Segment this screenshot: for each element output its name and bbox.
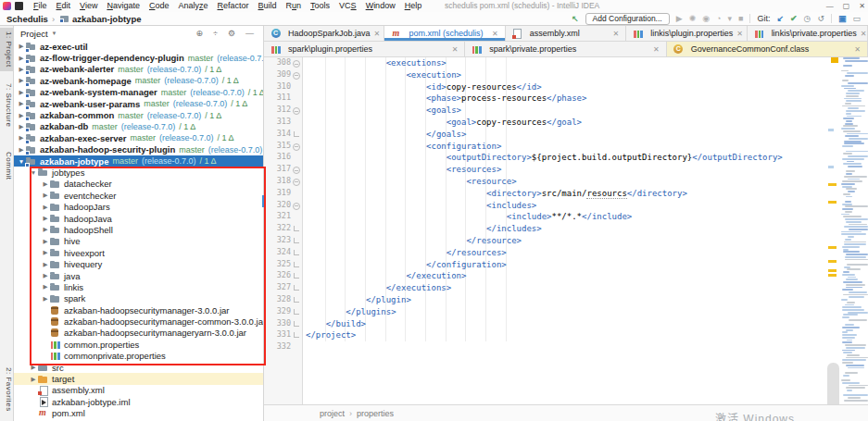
menu-window[interactable]: Window bbox=[361, 0, 400, 12]
fold-end-icon[interactable] bbox=[294, 309, 299, 315]
code-minimap[interactable] bbox=[841, 57, 868, 404]
fold-end-icon[interactable] bbox=[294, 131, 299, 137]
chevron-collapsed-icon[interactable]: ▶ bbox=[41, 215, 50, 222]
error-stripe[interactable] bbox=[827, 57, 841, 404]
close-icon[interactable]: ✕ bbox=[653, 45, 660, 54]
chevron-collapsed-icon[interactable]: ▶ bbox=[41, 283, 50, 291]
chevron-collapsed-icon[interactable]: ▶ bbox=[41, 238, 50, 245]
editor-tab-assembly.xml[interactable]: assembly.xml✕ bbox=[506, 26, 626, 41]
fold-end-icon[interactable] bbox=[294, 321, 299, 327]
tree-item-pom.xml[interactable]: pom.xml bbox=[14, 408, 263, 419]
tree-item-target[interactable]: ▶target bbox=[14, 373, 263, 384]
profiler-icon[interactable]: ◔ bbox=[716, 12, 721, 25]
chevron-collapsed-icon[interactable]: ▶ bbox=[41, 226, 50, 233]
chevron-down-icon[interactable]: ▾ bbox=[727, 12, 732, 25]
fold-end-icon[interactable] bbox=[294, 332, 299, 338]
close-icon[interactable]: ✕ bbox=[859, 2, 865, 10]
tree-item-az-webank-alerter[interactable]: ▶az-webank-alertermaster(release-0.7.0)/… bbox=[14, 64, 263, 75]
menu-code[interactable]: Code bbox=[145, 0, 174, 12]
collapse-all-icon[interactable]: ÷ bbox=[213, 29, 218, 38]
git-history-icon[interactable]: ◷ bbox=[804, 12, 811, 25]
tree-item-azkaban-hadoopsecuritymanager-3.0.0.jar[interactable]: azkaban-hadoopsecuritymanager-3.0.0.jar bbox=[14, 304, 263, 316]
chevron-expanded-icon[interactable]: ▼ bbox=[29, 169, 38, 176]
tree-item-az-webank-user-params[interactable]: ▶az-webank-user-paramsmaster(release-0.7… bbox=[14, 98, 263, 109]
minimize-icon[interactable]: — bbox=[826, 2, 834, 10]
editor-tab-pom.xml-schedulis-[interactable]: pom.xml (schedulis)✕ bbox=[384, 26, 505, 41]
tree-item-datachecker[interactable]: ▶datachecker bbox=[14, 179, 263, 190]
build-hammer-icon[interactable]: ↖ bbox=[572, 12, 579, 25]
warning-mark[interactable] bbox=[828, 269, 837, 272]
git-commit-icon[interactable]: ✔ bbox=[790, 12, 798, 25]
warning-mark[interactable] bbox=[828, 246, 837, 249]
fold-open-icon[interactable] bbox=[293, 60, 300, 68]
tree-item-azkaban-common[interactable]: ▶azkaban-commonmaster(release-0.7.0)/ 1 … bbox=[14, 109, 263, 120]
code-editor[interactable]: 3083093103113123133143153163173183193203… bbox=[264, 57, 868, 404]
chevron-collapsed-icon[interactable]: ▶ bbox=[41, 180, 50, 188]
tree-item-eventchecker[interactable]: ▶eventchecker bbox=[14, 190, 263, 201]
fold-open-icon[interactable] bbox=[293, 143, 300, 151]
chevron-collapsed-icon[interactable]: ▶ bbox=[41, 204, 50, 211]
fold-end-icon[interactable] bbox=[294, 250, 299, 255]
menu-refactor[interactable]: Refactor bbox=[213, 0, 254, 12]
menu-build[interactable]: Build bbox=[254, 0, 282, 12]
tree-item-spark[interactable]: ▶spark bbox=[14, 293, 263, 304]
fold-open-icon[interactable] bbox=[293, 203, 300, 210]
chevron-collapsed-icon[interactable]: ▶ bbox=[41, 295, 50, 303]
fold-end-icon[interactable] bbox=[294, 226, 299, 231]
tree-item-java[interactable]: ▶java bbox=[14, 270, 263, 281]
tree-item-jobtypes[interactable]: ▼jobtypes bbox=[14, 167, 263, 178]
close-icon[interactable]: ✕ bbox=[452, 45, 459, 54]
close-icon[interactable]: ✕ bbox=[736, 30, 743, 38]
tree-item-az-webank-system-manager[interactable]: ▶az-webank-system-managermaster(release-… bbox=[14, 87, 263, 98]
menu-view[interactable]: View bbox=[75, 0, 102, 12]
fold-end-icon[interactable] bbox=[294, 238, 299, 243]
tree-item-hadoopJars[interactable]: ▶hadoopJars bbox=[14, 201, 263, 212]
warning-mark[interactable] bbox=[828, 274, 837, 277]
fold-end-icon[interactable] bbox=[294, 285, 299, 291]
editor-gutter[interactable]: 3083093103113123133143153163173183193203… bbox=[264, 57, 303, 404]
fold-end-icon[interactable] bbox=[294, 297, 299, 303]
diff-viewer-icon[interactable]: ▣ bbox=[838, 12, 847, 25]
tree-item-hivequery[interactable]: ▶hivequery bbox=[14, 258, 263, 269]
fold-open-icon[interactable] bbox=[293, 167, 300, 174]
close-icon[interactable]: ✕ bbox=[492, 30, 498, 38]
tree-item-azkaban-jobtype[interactable]: ▼azkaban-jobtypemaster(release-0.7.0)/ 1… bbox=[14, 155, 263, 167]
maximize-icon[interactable]: ▢ bbox=[843, 2, 850, 10]
tree-item-azkaban-db[interactable]: ▶azkaban-dbmaster(release-0.7.0)/ 1 Δ bbox=[14, 121, 263, 132]
fold-open-icon[interactable] bbox=[293, 179, 300, 186]
fold-end-icon[interactable] bbox=[294, 273, 299, 279]
breadcrumb-project[interactable]: Schedulis bbox=[6, 14, 48, 24]
chevron-collapsed-icon[interactable]: ▶ bbox=[41, 261, 50, 268]
tree-item-linkis[interactable]: ▶linkis bbox=[14, 281, 263, 292]
editor-tab-spark-plugin.properties[interactable]: spark\plugin.properties✕ bbox=[264, 42, 465, 56]
chevron-collapsed-icon[interactable]: ▶ bbox=[29, 364, 38, 371]
stripe-project-button[interactable]: 1: Project bbox=[0, 28, 13, 71]
add-configuration-button[interactable]: Add Configuration... bbox=[585, 13, 670, 25]
menu-run[interactable]: Run bbox=[282, 0, 307, 12]
chevron-collapsed-icon[interactable]: ▶ bbox=[29, 376, 38, 383]
tree-item-hadoopShell[interactable]: ▶hadoopShell bbox=[14, 224, 263, 235]
stop-icon[interactable]: ■ bbox=[738, 12, 743, 25]
hide-panel-icon[interactable]: — bbox=[245, 29, 254, 38]
gear-icon[interactable]: ⚙ bbox=[228, 29, 235, 38]
editor-tab-HadoopSparkJob.java[interactable]: HadoopSparkJob.java✕ bbox=[264, 26, 384, 41]
stripe-commit-button[interactable]: Commit bbox=[0, 148, 13, 184]
editor-tab-linkis-private.properties[interactable]: linkis\private.properties✕ bbox=[748, 26, 868, 41]
tree-item-azkaban-hadoop-security-plugin[interactable]: ▶azkaban-hadoop-security-pluginmaster(re… bbox=[14, 144, 263, 155]
tree-item-azkaban-exec-server[interactable]: ▶azkaban-exec-servermaster(release-0.7.0… bbox=[14, 132, 263, 143]
tree-item-azkaban-hadoopsecuritymanageryarn-3.0.0.jar[interactable]: azkaban-hadoopsecuritymanageryarn-3.0.0.… bbox=[14, 328, 263, 339]
stripe-structure-button[interactable]: 7: Structure bbox=[0, 80, 13, 130]
breadcrumb-project[interactable]: project bbox=[320, 409, 345, 418]
close-icon[interactable]: ✕ bbox=[374, 30, 381, 38]
coverage-icon[interactable]: ◉ bbox=[702, 12, 710, 25]
run-icon[interactable]: ▶ bbox=[676, 12, 683, 25]
breadcrumb-module[interactable]: azkaban-jobtype bbox=[72, 14, 141, 24]
editor-tab-linkis-plugin.properties[interactable]: linkis\plugin.properties✕ bbox=[626, 26, 747, 41]
warning-mark[interactable] bbox=[828, 166, 834, 168]
close-icon[interactable]: ✕ bbox=[854, 45, 861, 54]
tree-item-az-flow-trigger-dependency-plugin[interactable]: ▶az-flow-trigger-dependency-pluginmaster… bbox=[14, 52, 263, 63]
stripe-favorites-button[interactable]: 2: Favorites bbox=[0, 364, 13, 415]
editor-tab-spark-private.properties[interactable]: spark\private.properties✕ bbox=[465, 42, 666, 56]
breadcrumb-properties[interactable]: properties bbox=[357, 409, 394, 418]
warning-mark[interactable] bbox=[828, 183, 837, 186]
